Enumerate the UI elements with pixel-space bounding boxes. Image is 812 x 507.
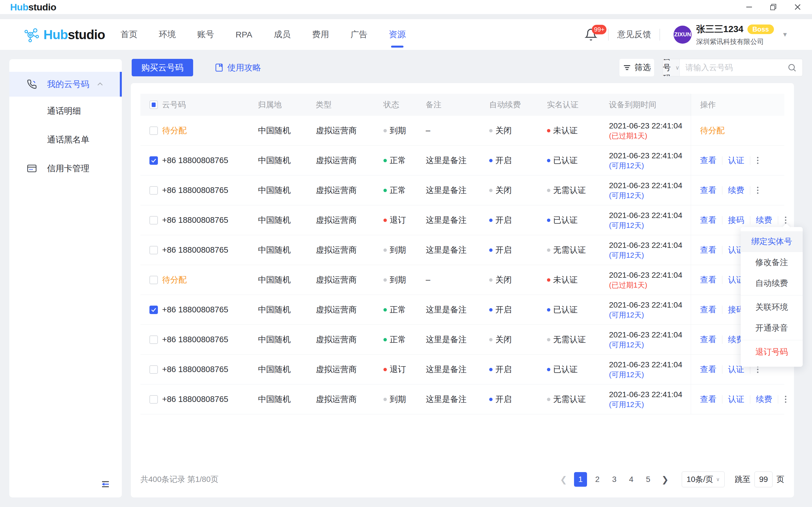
auto-renew-cell: 开启: [489, 394, 547, 405]
row-checkbox[interactable]: [149, 156, 158, 165]
region-cell: 中国随机: [258, 125, 316, 136]
more-actions-icon[interactable]: [784, 395, 788, 404]
action-link-查看[interactable]: 查看: [700, 215, 716, 226]
action-link-查看[interactable]: 查看: [700, 334, 716, 345]
notifications-button[interactable]: 99+: [585, 28, 598, 41]
type-cell: 虚拟运营商: [316, 364, 384, 375]
titlebar-logo: Hubstudio: [10, 2, 56, 13]
more-actions-icon[interactable]: [784, 216, 788, 225]
action-link-续费[interactable]: 续费: [728, 185, 744, 196]
buy-cloud-number-button[interactable]: 购买云号码: [132, 59, 193, 76]
row-checkbox[interactable]: [149, 186, 158, 194]
search-input[interactable]: [686, 63, 787, 72]
close-icon[interactable]: [794, 3, 802, 11]
action-link-查看[interactable]: 查看: [700, 155, 716, 166]
status-label: 正常: [390, 185, 406, 196]
expire-date: 2021-06-23 22:41:04: [609, 360, 688, 370]
column-header-备注: 备注: [426, 100, 489, 110]
status-dot-green: [384, 189, 387, 192]
expire-date: 2021-06-23 22:41:04: [609, 240, 688, 250]
cloud-numbers-panel: 云号码归属地类型状态备注自动续费实名认证设备到期时间操作 待分配中国随机虚拟运营…: [131, 83, 794, 497]
page-numbers: 12345: [574, 472, 655, 487]
filter-button[interactable]: 筛选: [619, 59, 654, 76]
auto-renew-dot-blue: [489, 248, 493, 252]
jump-page-input[interactable]: [755, 471, 772, 487]
page-number-4[interactable]: 4: [625, 472, 638, 487]
row-checkbox[interactable]: [149, 216, 158, 224]
nav-item-RPA[interactable]: RPA: [236, 19, 252, 50]
page-number-2[interactable]: 2: [591, 472, 604, 487]
action-link-续费[interactable]: 续费: [756, 215, 772, 226]
status-dot-gray: [384, 398, 387, 401]
user-avatar[interactable]: ZIXUN: [673, 25, 692, 44]
action-link-查看[interactable]: 查看: [700, 304, 716, 316]
menu-item-修改备注[interactable]: 修改备注: [741, 252, 803, 273]
menu-item-开通录音[interactable]: 开通录音: [741, 318, 803, 339]
usage-guide-link[interactable]: 使用攻略: [214, 59, 261, 76]
minimize-icon[interactable]: [745, 3, 753, 11]
filter-label: 筛选: [635, 62, 651, 73]
real-name-dot-gray: [547, 338, 550, 341]
action-link-认证[interactable]: 认证: [728, 155, 744, 166]
remark-cell: 这里是备注: [426, 215, 489, 226]
page-number-5[interactable]: 5: [642, 472, 655, 487]
expire-date: 2021-06-23 22:41:04: [609, 180, 688, 191]
menu-item-关联环境[interactable]: 关联环境: [741, 297, 803, 318]
nav-item-首页[interactable]: 首页: [120, 19, 137, 50]
nav-item-账号[interactable]: 账号: [197, 19, 214, 50]
more-actions-icon[interactable]: [756, 156, 760, 165]
action-link-续费[interactable]: 续费: [756, 394, 772, 405]
top-navbar: Hubstudio 首页环境账号RPA成员费用广告资源 99+ 意见反馈 ZIX…: [0, 19, 812, 50]
row-checkbox[interactable]: [149, 246, 158, 255]
status-dot-red: [384, 219, 387, 222]
nav-item-资源[interactable]: 资源: [389, 19, 406, 50]
real-name-cell: 未认证: [547, 125, 609, 136]
action-link-待分配[interactable]: 待分配: [700, 125, 725, 136]
select-all-checkbox[interactable]: [149, 101, 158, 109]
nav-item-费用[interactable]: 费用: [312, 19, 329, 50]
search-field-select[interactable]: 云号码 ∨: [663, 59, 680, 76]
expire-note: (可用12天): [609, 250, 688, 260]
page-number-1[interactable]: 1: [574, 472, 587, 487]
action-link-查看[interactable]: 查看: [700, 274, 716, 286]
sidebar-collapse-icon[interactable]: [100, 479, 111, 490]
action-link-接码[interactable]: 接码: [728, 215, 744, 226]
page-size-select[interactable]: 10条/页 ∨: [682, 471, 725, 487]
sidebar-item-信用卡管理[interactable]: 信用卡管理: [9, 154, 122, 183]
sidebar-item-我的云号码[interactable]: 我的云号码: [9, 72, 122, 97]
auto-renew-dot-blue: [489, 159, 493, 162]
expire-cell: 2021-06-23 22:41:04(可用12天): [609, 330, 691, 349]
menu-item-自动续费[interactable]: 自动续费: [741, 273, 803, 294]
window-titlebar: Hubstudio: [0, 0, 812, 14]
sidebar-item-通话明细[interactable]: 通话明细: [9, 97, 122, 125]
user-menu-caret-icon[interactable]: ▼: [782, 31, 788, 38]
search-icon[interactable]: [787, 63, 797, 72]
nav-item-成员[interactable]: 成员: [274, 19, 291, 50]
row-checkbox[interactable]: [149, 305, 158, 314]
row-checkbox[interactable]: [149, 335, 158, 344]
prev-page-icon[interactable]: ❮: [557, 472, 570, 487]
sidebar: 我的云号码通话明细通话黑名单信用卡管理: [9, 59, 122, 497]
real-name-dot-blue: [547, 219, 550, 222]
row-checkbox[interactable]: [149, 395, 158, 404]
action-link-查看[interactable]: 查看: [700, 364, 716, 375]
nav-item-广告[interactable]: 广告: [350, 19, 367, 50]
next-page-icon[interactable]: ❯: [659, 472, 672, 487]
row-checkbox[interactable]: [149, 276, 158, 284]
row-checkbox-cell: [140, 276, 162, 284]
action-link-查看[interactable]: 查看: [700, 394, 716, 405]
action-link-查看[interactable]: 查看: [700, 244, 716, 256]
user-info[interactable]: 张三三1234 Boss 深圳紫讯科技有限公司: [696, 23, 774, 46]
nav-item-环境[interactable]: 环境: [159, 19, 175, 50]
restore-window-icon[interactable]: [769, 3, 777, 11]
row-checkbox[interactable]: [149, 126, 158, 135]
page-number-3[interactable]: 3: [608, 472, 621, 487]
action-link-认证[interactable]: 认证: [728, 394, 744, 405]
feedback-link[interactable]: 意见反馈: [617, 29, 651, 40]
menu-item-绑定实体号[interactable]: 绑定实体号: [741, 231, 803, 252]
action-link-查看[interactable]: 查看: [700, 185, 716, 196]
sidebar-item-通话黑名单[interactable]: 通话黑名单: [9, 125, 122, 154]
more-actions-icon[interactable]: [756, 186, 760, 195]
row-checkbox[interactable]: [149, 365, 158, 374]
menu-item-退订号码[interactable]: 退订号码: [741, 342, 803, 362]
